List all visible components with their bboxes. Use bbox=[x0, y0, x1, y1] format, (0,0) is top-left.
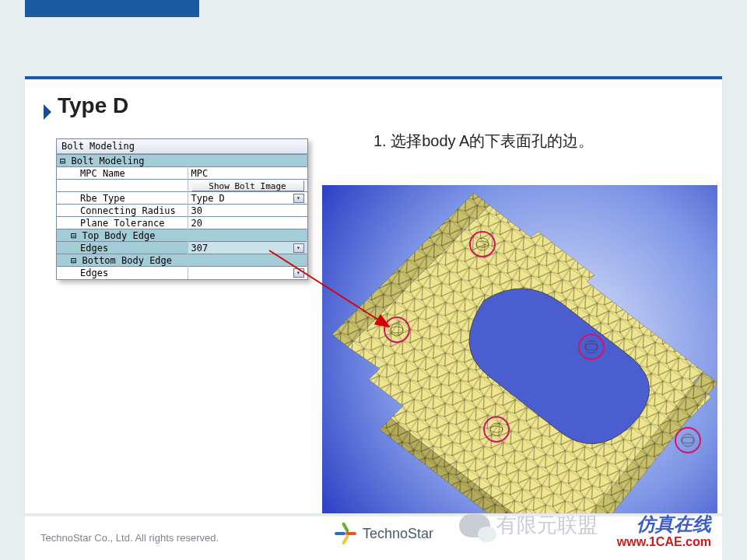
bolt-modeling-panel: Bolt Modeling ⊟ Bolt Modeling MPC Name M… bbox=[56, 138, 308, 280]
chevron-down-icon: ▾ bbox=[293, 268, 304, 278]
connecting-radius-input[interactable]: 30 bbox=[188, 205, 307, 217]
group-label: Bolt Modeling bbox=[71, 156, 144, 166]
row-show-bolt: Show Bolt Image bbox=[57, 180, 307, 192]
wechat-watermark: 有限元联盟 bbox=[459, 512, 598, 539]
row-bottom-edges: Edges ▾ bbox=[57, 267, 307, 279]
group-label: Top Body Edge bbox=[82, 230, 155, 241]
wechat-icon bbox=[459, 514, 490, 537]
chevron-down-icon: ▾ bbox=[293, 243, 304, 253]
top-edges-label: Edges bbox=[57, 242, 188, 254]
show-bolt-image-button[interactable]: Show Bolt Image bbox=[191, 180, 304, 191]
logo-mark-icon bbox=[335, 523, 356, 544]
svg-point-18 bbox=[675, 428, 700, 453]
mpc-name-label: MPC Name bbox=[57, 167, 188, 180]
row-mpc-name: MPC Name MPC bbox=[57, 167, 307, 180]
group-top-body-edge[interactable]: ⊟ Top Body Edge bbox=[57, 229, 307, 242]
group-bolt-modeling[interactable]: ⊟ Bolt Modeling bbox=[57, 155, 307, 167]
watermark-url: www.1CAE.com bbox=[617, 535, 711, 549]
panel-property-table: ⊟ Bolt Modeling MPC Name MPC Show Bolt I… bbox=[57, 154, 307, 279]
group-label: Bottom Body Edge bbox=[82, 255, 172, 266]
header-accent-bar bbox=[25, 0, 199, 17]
bullet-chevron-icon bbox=[44, 104, 51, 120]
slide-content: Type D 1. 选择body A的下表面孔的边。 Bolt Modeling… bbox=[25, 76, 722, 513]
plane-tolerance-input[interactable]: 20 bbox=[188, 217, 307, 229]
logo-text: TechnoStar bbox=[363, 526, 433, 542]
watermark-brand: 仿真在线 bbox=[637, 512, 711, 537]
mesh-rendering bbox=[322, 185, 717, 513]
group-bottom-body-edge[interactable]: ⊟ Bottom Body Edge bbox=[57, 254, 307, 267]
rbe-type-dropdown[interactable]: Type D▾ bbox=[188, 192, 307, 205]
technostar-logo: TechnoStar bbox=[335, 523, 433, 544]
bottom-edges-label: Edges bbox=[57, 267, 188, 279]
svg-point-20 bbox=[682, 437, 694, 443]
slide-footer: TechnoStar Co., Ltd. All rights reserved… bbox=[25, 516, 722, 560]
model-viewport[interactable] bbox=[322, 185, 717, 513]
top-edges-dropdown[interactable]: 307▾ bbox=[188, 242, 307, 254]
slide-title: Type D bbox=[58, 93, 128, 118]
row-rbe-type: Rbe Type Type D▾ bbox=[57, 192, 307, 205]
connecting-radius-label: Connecting Radius bbox=[57, 205, 188, 217]
mpc-name-input[interactable]: MPC bbox=[188, 167, 307, 180]
title-rule bbox=[25, 76, 722, 79]
copyright-text: TechnoStar Co., Ltd. All rights reserved… bbox=[40, 532, 219, 544]
chevron-down-icon: ▾ bbox=[293, 194, 304, 203]
svg-point-19 bbox=[682, 434, 694, 446]
row-connecting-radius: Connecting Radius 30 bbox=[57, 205, 307, 217]
plane-tolerance-label: Plane Tolerance bbox=[57, 217, 188, 229]
row-plane-tolerance: Plane Tolerance 20 bbox=[57, 217, 307, 229]
bottom-edges-dropdown[interactable]: ▾ bbox=[188, 267, 307, 279]
rbe-type-label: Rbe Type bbox=[57, 192, 188, 205]
step-instruction: 1. 选择body A的下表面孔的边。 bbox=[374, 131, 594, 152]
row-top-edges: Edges 307▾ bbox=[57, 242, 307, 254]
panel-title: Bolt Modeling bbox=[57, 139, 307, 154]
